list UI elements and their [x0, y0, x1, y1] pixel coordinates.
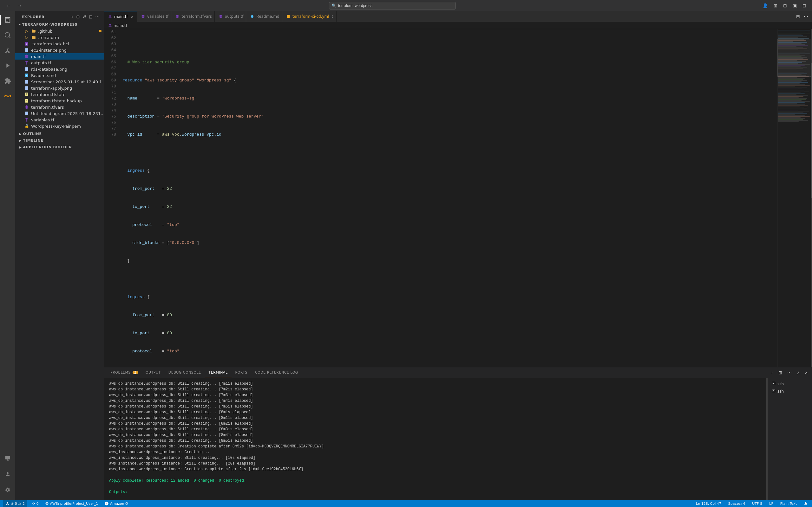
status-aws-profile-label: AWS: profile:Project_User_1: [50, 502, 98, 506]
activity-bar-remote[interactable]: [0, 451, 15, 466]
status-language-label: Plain Text: [780, 502, 797, 506]
panel-tab-output[interactable]: OUTPUT: [142, 367, 165, 378]
code-line-70: to_port = 22: [122, 204, 777, 210]
add-terminal-button[interactable]: +: [769, 370, 775, 376]
run-debug-icon: [4, 62, 11, 69]
sidebar-item-variables-tf[interactable]: variables.tf: [15, 117, 104, 123]
close-panel-button[interactable]: ×: [803, 370, 809, 376]
panel-tab-code-ref[interactable]: CODE REFERENCE LOG: [251, 367, 302, 378]
sidebar-item-screenshot[interactable]: Screenshot 2025-01-19 at 12.40.1...: [15, 78, 104, 85]
sidebar-item-github[interactable]: ▷ .github: [15, 28, 104, 34]
terminal-main[interactable]: aws_db_instance.wordpress_db: Still crea…: [104, 378, 766, 500]
json-file-icon-backup: [24, 98, 29, 103]
refresh-button[interactable]: ↺: [82, 14, 87, 20]
explorer-title: EXPLORER: [21, 15, 44, 19]
panel-tab-ports[interactable]: PORTS: [232, 367, 251, 378]
layout4-button[interactable]: ⊟: [801, 3, 808, 9]
terminal-item-ssh[interactable]: ssh: [768, 388, 812, 395]
timeline-section[interactable]: ▶ TIMELINE: [15, 137, 104, 144]
status-language[interactable]: Plain Text: [779, 500, 798, 507]
png-file-icon-diagram: [24, 111, 29, 116]
layout3-button[interactable]: ▣: [791, 3, 799, 9]
tab-outputs-tf[interactable]: outputs.tf: [215, 11, 247, 22]
sidebar-item-readme-md[interactable]: Readme.md: [15, 72, 104, 78]
sidebar-item-terraform-apply-png[interactable]: terraform-apply.png: [15, 85, 104, 91]
activity-bar-search[interactable]: [0, 27, 15, 43]
sidebar-item-tfstate-backup[interactable]: terraform.tfstate.backup: [15, 98, 104, 104]
panel-body: aws_db_instance.wordpress_db: Still crea…: [104, 378, 812, 500]
status-spaces[interactable]: Spaces: 4: [727, 500, 746, 507]
md-file-icon: [24, 73, 29, 78]
forward-button[interactable]: →: [15, 2, 24, 9]
git-icon: [6, 502, 9, 505]
activity-bar-run-debug[interactable]: [0, 58, 15, 73]
more-panel-button[interactable]: ⋯: [785, 370, 794, 376]
activity-bar-account[interactable]: [0, 466, 15, 482]
sidebar-item-diagram[interactable]: Untitled diagram-2025-01-18-231...: [15, 110, 104, 117]
back-button[interactable]: ←: [4, 2, 13, 9]
activity-bar-source-control[interactable]: [0, 43, 15, 58]
status-amazon-q[interactable]: Amazon Q: [103, 500, 130, 507]
json-file-icon: [24, 92, 29, 97]
minimap-scrollbar-thumb: [811, 63, 812, 198]
app-builder-section[interactable]: ▶ APPLICATION BUILDER: [15, 144, 104, 151]
sidebar-item-pem-label: Wordpress-Key-Pair.pem: [31, 124, 81, 129]
tab-ci-cd-yml[interactable]: terraform-ci-cd.yml 2: [282, 11, 337, 22]
panel-tab-terminal[interactable]: TERMINAL: [205, 367, 232, 378]
account-icon-button[interactable]: 👤: [761, 3, 770, 9]
status-errors-count: ⊘ 0: [11, 502, 17, 506]
collapse-all-button[interactable]: ⊟: [88, 14, 93, 20]
new-file-button[interactable]: +: [70, 14, 74, 20]
maximize-panel-button[interactable]: ∧: [795, 370, 802, 376]
more-tabs-button[interactable]: ⋯: [803, 13, 809, 20]
panel-tab-debug-console[interactable]: DEBUG CONSOLE: [165, 367, 205, 378]
tab-variables-tf[interactable]: variables.tf: [137, 11, 171, 22]
tab-readme-md[interactable]: Readme.md: [246, 11, 282, 22]
status-sync[interactable]: ⟳ 0: [31, 500, 40, 507]
layout2-button[interactable]: ⊡: [781, 3, 789, 9]
sidebar-item-main-tf[interactable]: main.tf: [15, 53, 104, 60]
minimap: [777, 29, 812, 367]
panel-tab-problems[interactable]: PROBLEMS 2: [107, 367, 142, 378]
sidebar-item-rds-png[interactable]: rds-database.png: [15, 66, 104, 72]
svg-rect-23: [287, 15, 290, 18]
sidebar-item-tfvars[interactable]: terraform.tfvars: [15, 104, 104, 110]
sidebar-item-pem[interactable]: 🔒 Wordpress-Key-Pair.pem: [15, 123, 104, 129]
sidebar-item-terraform-folder[interactable]: ▷ .terraform: [15, 34, 104, 41]
tab-main-tf-close[interactable]: ×: [131, 14, 134, 19]
more-actions-button[interactable]: ⋯: [95, 14, 100, 20]
status-line-ending[interactable]: LF: [768, 500, 774, 507]
tab-bar-actions: ⊞ ⋯: [795, 13, 812, 20]
sidebar-item-outputs-tf[interactable]: outputs.tf: [15, 60, 104, 66]
activity-bar-extensions[interactable]: [0, 73, 15, 89]
status-git-branch[interactable]: ⊘ 0 ⚠ 2: [3, 500, 27, 507]
tab-tfvars[interactable]: terraform.tfvars: [171, 11, 214, 22]
project-root[interactable]: ▾ TERRAFORM-WORDPRESS: [15, 21, 104, 28]
svg-rect-9: [25, 48, 28, 52]
status-aws-profile[interactable]: AWS: profile:Project_User_1: [44, 500, 99, 507]
status-position[interactable]: Ln 128, Col 47: [695, 500, 722, 507]
activity-bar-settings[interactable]: [0, 482, 15, 498]
status-notifications[interactable]: [803, 500, 809, 507]
sidebar: EXPLORER + ⊕ ↺ ⊟ ⋯ ▾ TERRAFORM-WORDPRESS…: [15, 11, 104, 500]
new-folder-button[interactable]: ⊕: [75, 14, 81, 20]
code-editor[interactable]: 61 62 63 64 65 66 67 68 69 70 71 72 73 7…: [104, 29, 777, 367]
search-input[interactable]: [329, 2, 456, 9]
sidebar-item-ec2-png[interactable]: ec2-instance.png: [15, 47, 104, 53]
terminal-zsh-label: zsh: [777, 382, 784, 386]
sidebar-item-tfstate[interactable]: terraform.tfstate: [15, 91, 104, 98]
svg-rect-14: [25, 86, 28, 90]
split-editor-button[interactable]: ⊞: [795, 13, 801, 20]
code-line-62: # Web tier security group: [122, 59, 777, 65]
sidebar-item-lock-hcl[interactable]: .terraform.lock.hcl: [15, 41, 104, 47]
minimap-content: [777, 29, 812, 367]
terminal-item-zsh[interactable]: zsh: [768, 380, 812, 388]
terminal-line-9: aws_db_instance.wordpress_db: Still crea…: [109, 427, 761, 432]
activity-bar-explorer[interactable]: [0, 12, 15, 27]
outline-section[interactable]: ▶ OUTLINE: [15, 130, 104, 137]
layout1-button[interactable]: ⊞: [772, 3, 779, 9]
status-encoding[interactable]: UTF-8: [751, 500, 763, 507]
activity-bar-aws[interactable]: aws: [0, 89, 15, 104]
tab-main-tf[interactable]: main.tf ×: [104, 11, 137, 22]
terminal-split-button[interactable]: ⊞: [776, 370, 784, 376]
